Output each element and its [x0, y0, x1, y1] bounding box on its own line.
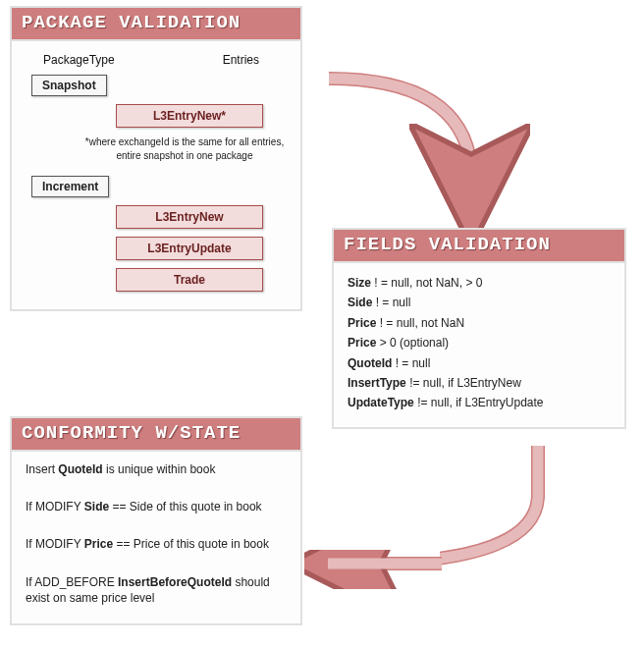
- package-columns: PackageType Entries: [26, 51, 287, 75]
- field-rule: Size ! = null, not NaN, > 0: [348, 273, 611, 293]
- conformity-rule: If MODIFY Side == Side of this quote in …: [26, 499, 287, 514]
- package-validation-title: PACKAGE VALIDATION: [12, 8, 300, 41]
- package-validation-body: PackageType Entries Snapshot L3EntryNew*…: [12, 41, 300, 309]
- arrow-package-to-fields: [314, 59, 530, 236]
- fields-validation-panel: FIELDS VALIDATION Size ! = null, not NaN…: [332, 228, 626, 429]
- field-rule: Price ! = null, not NaN: [348, 313, 611, 333]
- field-rule: Side ! = null: [348, 293, 611, 312]
- field-rule: QuoteId ! = null: [348, 353, 611, 373]
- field-rule: UpdateType != null, if L3EntryUpdate: [348, 393, 611, 412]
- col-package-type: PackageType: [43, 53, 115, 67]
- snapshot-type-box: Snapshot: [31, 75, 107, 96]
- fields-validation-title: FIELDS VALIDATION: [334, 230, 624, 263]
- conformity-rule: Insert QuoteId is unique within book: [26, 461, 287, 477]
- conformity-rule: If MODIFY Price == Price of this quote i…: [26, 536, 287, 552]
- field-rule: InsertType != null, if L3EntryNew: [348, 373, 611, 393]
- increment-type-box: Increment: [31, 176, 109, 197]
- fields-validation-body: Size ! = null, not NaN, > 0 Side ! = nul…: [334, 263, 624, 427]
- field-rule: Price > 0 (optional): [348, 333, 611, 352]
- conformity-body: Insert QuoteId is unique within book If …: [12, 452, 300, 623]
- conformity-title: CONFORMITY W/STATE: [12, 418, 300, 452]
- increment-entry-2: Trade: [116, 268, 263, 292]
- increment-block: Increment L3EntryNew L3EntryUpdate Trade: [26, 176, 287, 292]
- snapshot-entry-box: L3EntryNew*: [116, 104, 263, 128]
- arrow-fields-to-conformity-head: [304, 550, 461, 589]
- conformity-panel: CONFORMITY W/STATE Insert QuoteId is uni…: [10, 416, 302, 625]
- package-validation-panel: PACKAGE VALIDATION PackageType Entries S…: [10, 6, 302, 311]
- increment-entry-0: L3EntryNew: [116, 205, 263, 229]
- col-entries: Entries: [223, 53, 259, 67]
- snapshot-note: *where exchangeId is the same for all en…: [77, 135, 293, 162]
- arrow-fields-to-conformity: [440, 436, 636, 613]
- conformity-rule: If ADD_BEFORE InsertBeforeQuoteId should…: [26, 574, 287, 606]
- snapshot-block: Snapshot L3EntryNew* *where exchangeId i…: [26, 75, 287, 162]
- increment-entry-1: L3EntryUpdate: [116, 237, 263, 260]
